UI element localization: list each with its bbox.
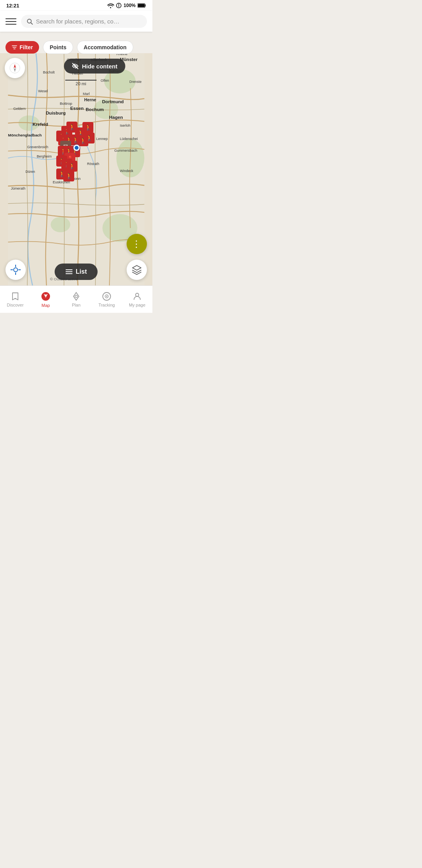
status-bar: 12:21 100% <box>0 0 152 11</box>
status-icons: 100% <box>107 3 146 8</box>
svg-point-68 <box>75 295 77 298</box>
filter-button[interactable]: Filter <box>5 41 39 54</box>
bottom-nav: Discover Map Plan Tracking My page <box>0 285 152 313</box>
hide-icon <box>72 63 79 70</box>
svg-point-71 <box>106 296 107 297</box>
more-options-button[interactable]: ⋮ <box>127 234 147 254</box>
compass-button[interactable] <box>5 58 25 78</box>
bookmark-icon <box>11 292 20 301</box>
battery-icon <box>138 3 146 8</box>
hide-content-button[interactable]: Hide content <box>64 59 125 74</box>
svg-point-2 <box>118 6 119 7</box>
search-bar[interactable]: Search for places, regions, co… <box>21 15 147 28</box>
map-icon <box>41 291 51 301</box>
svg-point-72 <box>136 293 139 296</box>
locate-button[interactable] <box>5 260 26 280</box>
scale-bar: 20 mi <box>65 80 97 86</box>
map-marker[interactable]: 🚶 <box>63 170 74 181</box>
svg-rect-4 <box>138 4 145 7</box>
search-placeholder: Search for places, regions, co… <box>36 18 119 25</box>
nav-map[interactable]: Map <box>30 286 61 313</box>
status-time: 12:21 <box>6 3 19 9</box>
accommodation-button[interactable]: Accommodation <box>77 41 133 54</box>
map-marker[interactable]: 🚶 <box>66 161 77 172</box>
layers-button[interactable] <box>127 260 147 280</box>
user-location <box>73 145 80 151</box>
points-button[interactable]: Points <box>43 41 73 54</box>
notification-icon <box>116 3 122 8</box>
map-marker[interactable]: 🚶 <box>82 122 93 133</box>
locate-icon <box>11 265 21 275</box>
tracking-icon <box>102 292 111 301</box>
layers-icon <box>132 265 142 275</box>
nav-discover[interactable]: Discover <box>0 286 30 313</box>
person-icon <box>132 292 142 301</box>
map-marker[interactable]: 🚶 <box>84 133 95 143</box>
list-button[interactable]: List <box>55 264 98 280</box>
plan-icon <box>72 292 81 301</box>
svg-point-67 <box>45 294 46 296</box>
filter-bar: Filter Points Accommodation <box>0 38 152 57</box>
svg-point-58 <box>14 268 18 272</box>
search-icon <box>27 18 33 25</box>
menu-button[interactable] <box>5 16 16 27</box>
svg-line-6 <box>31 23 32 24</box>
battery-text: 100% <box>123 3 136 8</box>
list-icon <box>66 268 73 275</box>
map-container[interactable]: Münster Billerbeck Gescher Rheine Drenst… <box>0 53 152 285</box>
nav-mypage[interactable]: My page <box>122 286 152 313</box>
compass-icon <box>9 63 20 74</box>
nav-tracking[interactable]: Tracking <box>91 286 122 313</box>
wifi-icon <box>107 3 114 8</box>
nav-plan[interactable]: Plan <box>61 286 91 313</box>
svg-point-66 <box>41 292 50 301</box>
header: Search for places, regions, co… <box>0 11 152 32</box>
filter-icon <box>12 45 17 50</box>
